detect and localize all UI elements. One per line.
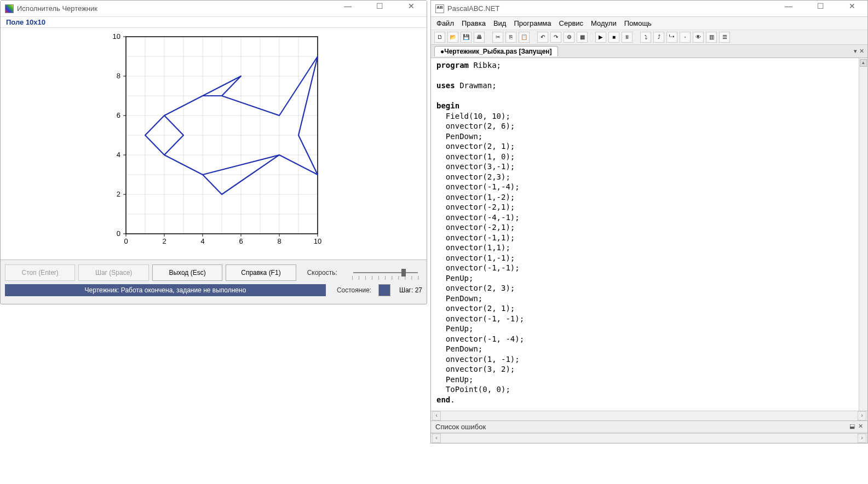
svg-text:8: 8 [117, 72, 120, 80]
tab-strip: ●Чертежник_Рыбка.pas [Запущен] ▾ ✕ [431, 45, 867, 58]
svg-text:0: 0 [117, 229, 120, 238]
step-counter: Шаг: 27 [399, 286, 422, 294]
tab-close-icon[interactable]: ✕ [859, 48, 864, 55]
tab-dropdown-icon[interactable]: ▾ [854, 48, 857, 55]
toolbar-props-icon[interactable]: ⚙ [564, 32, 574, 43]
toolbar-new-icon[interactable]: 🗋 [434, 32, 445, 43]
menu-service[interactable]: Сервис [559, 19, 584, 27]
panel-close-icon[interactable]: ✕ [858, 423, 863, 431]
toolbar-in-icon[interactable]: ⤵ [640, 32, 651, 43]
menu-edit[interactable]: Правка [462, 19, 486, 27]
toolbar-out-icon[interactable]: ⤴ [653, 32, 664, 43]
toolbar-redo-icon[interactable]: ↷ [550, 32, 561, 43]
speed-slider[interactable]: ||||||||||| [349, 267, 422, 279]
toolbar-over-icon[interactable]: ⮡ [666, 32, 677, 43]
close-button[interactable]: ✕ [400, 2, 422, 15]
toolbar-pause-icon[interactable]: ⏸ [622, 32, 633, 43]
svg-text:10: 10 [113, 32, 120, 41]
svg-text:4: 4 [200, 237, 204, 245]
vertical-scrollbar[interactable]: ▴ [859, 58, 867, 411]
pin-icon[interactable]: ⬓ [849, 423, 855, 431]
toolbar-watch-icon[interactable]: 👁 [693, 32, 704, 43]
drawman-window: Исполнитель Чертежник — ☐ ✕ Поле 10x10 0… [0, 0, 427, 304]
tab-active[interactable]: ●Чертежник_Рыбка.pas [Запущен] [434, 46, 558, 56]
scroll-right-icon[interactable]: › [858, 434, 866, 443]
toolbar-mem-icon[interactable]: ▥ [706, 32, 717, 43]
error-list-panel: Список ошибок ⬓ ✕ ‹ › [431, 420, 867, 443]
scroll-left-icon[interactable]: ‹ [432, 411, 441, 420]
maximize-button[interactable]: ☐ [809, 2, 831, 15]
menu-file[interactable]: Файл [436, 19, 454, 27]
svg-text:0: 0 [124, 237, 128, 245]
menu-modules[interactable]: Модули [591, 19, 617, 27]
svg-text:6: 6 [239, 237, 243, 245]
help-button[interactable]: Справка (F1) [226, 264, 296, 281]
drawman-app-icon [5, 4, 14, 13]
error-list-title: Список ошибок [435, 423, 486, 431]
minimize-button[interactable]: — [337, 2, 359, 15]
horizontal-scrollbar[interactable]: ‹ › [431, 411, 867, 420]
menu-view[interactable]: Вид [493, 19, 507, 27]
toolbar-brk-icon[interactable]: ◦ [680, 32, 691, 43]
maximize-button[interactable]: ☐ [369, 2, 390, 15]
ide-title: PascalABC.NET [447, 4, 778, 13]
errorlist-scrollbar[interactable]: ‹ › [431, 433, 867, 443]
menu-bar: Файл Правка Вид Программа Сервис Модули … [431, 17, 867, 30]
toolbar-cfg-icon[interactable]: ☰ [719, 32, 730, 43]
ide-titlebar: AB PascalABC.NET — ☐ ✕ [431, 1, 867, 17]
toolbar-print-icon[interactable]: 🖶 [474, 32, 485, 43]
drawman-title: Исполнитель Чертежник [17, 4, 337, 13]
toolbar-undo-icon[interactable]: ↶ [537, 32, 548, 43]
toolbar-save-icon[interactable]: 💾 [461, 32, 472, 43]
minimize-button[interactable]: — [778, 2, 800, 15]
toolbar: 🗋📂💾🖶✂⎘📋↶↷⚙▦▶■⏸⤵⤴⮡◦👁▥☰ [431, 30, 867, 45]
menu-help[interactable]: Помощь [624, 19, 652, 27]
window-controls: — ☐ ✕ [337, 2, 422, 15]
svg-text:10: 10 [314, 237, 321, 245]
drawing-canvas-area: 02468100246810 [1, 28, 427, 260]
svg-text:2: 2 [117, 190, 120, 198]
svg-text:4: 4 [117, 151, 120, 159]
field-label: Поле 10x10 [1, 17, 427, 28]
state-label: Состояние: [337, 286, 375, 294]
svg-text:8: 8 [277, 237, 281, 245]
pascal-ide-window: AB PascalABC.NET — ☐ ✕ Файл Правка Вид П… [430, 0, 868, 443]
ide-app-icon: AB [435, 4, 444, 13]
close-button[interactable]: ✕ [841, 2, 863, 15]
toolbar-copy-icon[interactable]: ⎘ [505, 32, 516, 43]
svg-text:6: 6 [117, 111, 120, 119]
scroll-left-icon[interactable]: ‹ [432, 434, 441, 443]
window-controls: — ☐ ✕ [778, 2, 863, 15]
code-editor[interactable]: program Ribka; uses Drawman; begin Field… [431, 58, 867, 411]
state-indicator [378, 284, 390, 296]
toolbar-paste-icon[interactable]: 📋 [519, 32, 530, 43]
status-bar: Чертежник: Работа окончена, задание не в… [5, 284, 326, 296]
speed-label: Скорость: [307, 269, 346, 276]
drawman-controls: Стоп (Enter) Шаг (Space) Выход (Esc) Спр… [1, 260, 427, 304]
svg-text:2: 2 [162, 237, 166, 245]
toolbar-mod-icon[interactable]: ▦ [577, 32, 588, 43]
stop-button[interactable]: Стоп (Enter) [5, 264, 75, 281]
toolbar-run-icon[interactable]: ▶ [595, 32, 606, 43]
drawman-titlebar: Исполнитель Чертежник — ☐ ✕ [1, 1, 427, 17]
step-button[interactable]: Шаг (Space) [78, 264, 148, 281]
toolbar-stop-icon[interactable]: ■ [608, 32, 619, 43]
exit-button[interactable]: Выход (Esc) [152, 264, 222, 281]
scroll-right-icon[interactable]: › [858, 411, 866, 420]
menu-program[interactable]: Программа [514, 19, 551, 27]
toolbar-cut-icon[interactable]: ✂ [492, 32, 503, 43]
toolbar-open-icon[interactable]: 📂 [447, 32, 458, 43]
drawing-canvas: 02468100246810 [104, 31, 323, 250]
